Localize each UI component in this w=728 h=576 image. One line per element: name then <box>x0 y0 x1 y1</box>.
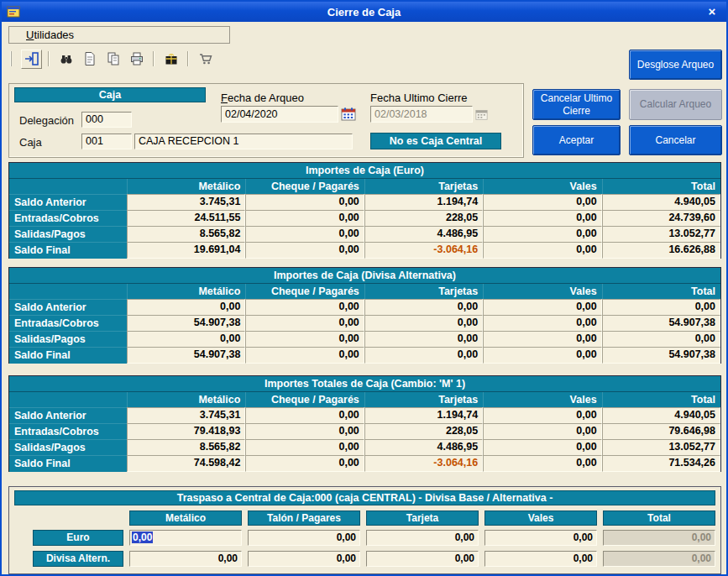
exit-icon[interactable] <box>21 50 42 69</box>
table-cell: -3.064,16 <box>364 455 483 472</box>
document-icon[interactable] <box>79 50 100 69</box>
table-cell: 0,00 <box>483 331 601 348</box>
table-row: Saldo Anterior0,000,000,000,000,00 <box>9 299 720 315</box>
cancelar-button[interactable]: Cancelar <box>629 125 722 155</box>
fecha-ultimo-cierre-label: Fecha Ultimo Cierre <box>370 92 468 104</box>
table-cell: 1.194,74 <box>364 407 483 424</box>
close-button[interactable]: × <box>703 5 721 18</box>
table-cell: 0,00 <box>483 347 601 364</box>
table-cell: 0,00 <box>483 210 601 227</box>
titlebar: Cierre de Caja × <box>2 2 726 22</box>
traspaso-input[interactable]: 0,00 <box>248 551 360 567</box>
table-cell: 3.745,31 <box>127 407 245 424</box>
column-header: Metálico <box>127 392 245 407</box>
column-header: Total <box>603 511 715 526</box>
print-icon[interactable] <box>126 50 147 69</box>
table-cell: 79.418,93 <box>127 423 245 440</box>
copy-icon[interactable] <box>102 50 123 69</box>
column-header: Cheque / Pagarés <box>245 284 364 299</box>
table-cell: 0,00 <box>483 299 601 316</box>
traspaso-input[interactable]: 0,00 <box>366 551 479 567</box>
table-cell: 1.194,74 <box>364 194 483 211</box>
table-cell: 0,00 <box>245 299 364 316</box>
traspaso-title: Traspaso a Central de Caja:000 (caja CEN… <box>14 490 715 505</box>
row-label: Entradas/Cobros <box>9 210 127 227</box>
table-corner <box>9 392 127 407</box>
table-cell: 0,00 <box>245 210 364 227</box>
table-row: Entradas/Cobros24.511,550,00228,050,0024… <box>9 210 720 226</box>
column-header: Tarjetas <box>364 392 483 407</box>
table-row: Saldo Anterior3.745,310,001.194,740,004.… <box>9 194 720 210</box>
traspaso-input[interactable]: 0,00 <box>484 530 597 546</box>
table-cell: 13.052,77 <box>602 226 720 243</box>
traspaso-input[interactable]: 0,00 <box>248 530 360 546</box>
table-cell: 228,05 <box>364 210 483 227</box>
table-cell: 4.486,95 <box>364 439 483 456</box>
toolbar <box>10 48 216 70</box>
cierre-de-caja-window: Cierre de Caja × Utilidades <box>0 0 728 576</box>
table-cell: 0,00 <box>245 226 364 243</box>
table-cell: 54.907,38 <box>127 315 245 332</box>
caja-name-input[interactable]: CAJA RECEPCION 1 <box>134 134 353 149</box>
delegacion-input[interactable]: 000 <box>81 112 132 128</box>
traspaso-label-cell: Divisa Altern. <box>14 551 123 567</box>
toolbar-separator <box>48 51 50 66</box>
table-cell: 0,00 <box>483 226 601 243</box>
row-label: Salidas/Pagos <box>9 331 127 348</box>
aceptar-button[interactable]: Aceptar <box>532 125 621 155</box>
table-row: Salidas/Pagos8.565,820,004.486,950,0013.… <box>9 226 720 242</box>
row-label-button[interactable]: Divisa Altern. <box>33 551 123 567</box>
row-label: Saldo Anterior <box>9 299 127 316</box>
table-title: Importes Totales de Caja (Cambio: 'M' 1) <box>9 376 720 392</box>
table-cell: 24.511,55 <box>127 210 245 227</box>
row-label: Saldo Anterior <box>9 407 127 424</box>
cart-icon[interactable] <box>195 50 216 69</box>
table-cell: 0,00 <box>483 194 601 211</box>
table-cell: 0,00 <box>483 242 601 259</box>
traspaso-input[interactable]: 0,00 <box>366 530 479 546</box>
table-cell: 0,00 <box>483 315 601 332</box>
search-icon[interactable] <box>55 50 76 69</box>
row-label: Entradas/Cobros <box>9 423 127 440</box>
table-cell: 0,00 <box>127 331 245 348</box>
table-cell: 16.626,88 <box>602 242 720 259</box>
table-title: Importes de Caja (Divisa Alternativa) <box>9 268 720 284</box>
toolbar-grip[interactable] <box>10 51 13 66</box>
table-cell: 0,00 <box>245 331 364 348</box>
column-header: Vales <box>483 284 601 299</box>
cancelar-ultimo-cierre-button[interactable]: Cancelar Ultimo Cierre <box>532 89 621 120</box>
traspaso-input[interactable]: 0,00 <box>129 551 242 567</box>
calendar-icon[interactable] <box>341 107 356 122</box>
table-cell: 54.907,38 <box>127 347 245 364</box>
menu-utilidades[interactable]: Utilidades <box>26 29 74 41</box>
traspaso-groupbox: Traspaso a Central de Caja:000 (caja CEN… <box>8 486 721 574</box>
column-header: Cheque / Pagarés <box>245 179 364 194</box>
table-header-row: MetálicoCheque / PagarésTarjetasValesTot… <box>9 179 720 194</box>
package-icon[interactable] <box>160 50 181 69</box>
column-header: Total <box>602 284 720 299</box>
table-cell: 0,00 <box>483 439 601 456</box>
table-row: Entradas/Cobros79.418,930,00228,050,0079… <box>9 423 720 439</box>
table-cell: 74.598,42 <box>127 455 245 472</box>
column-header: Metálico <box>127 179 245 194</box>
traspaso-input[interactable]: 0,00 <box>484 551 597 567</box>
table-cell: 3.745,31 <box>127 194 245 211</box>
table-cell: 0,00 <box>364 299 483 316</box>
calcular-arqueo-button[interactable]: Calcular Arqueo <box>629 89 722 120</box>
desglose-arqueo-button[interactable]: Desglose Arqueo <box>629 50 722 80</box>
table-title: Importes de Caja (Euro) <box>9 163 720 179</box>
caja-code-input[interactable]: 001 <box>81 134 132 149</box>
caja-group-title: Caja <box>14 87 206 102</box>
traspaso-row: Divisa Altern.0,000,000,000,000,00 <box>14 551 715 567</box>
row-label: Saldo Final <box>9 347 127 364</box>
table-cell: 0,00 <box>364 315 483 332</box>
calendar-icon-disabled <box>475 108 490 123</box>
traspaso-label-cell: Euro <box>14 530 123 546</box>
fecha-arqueo-input[interactable]: 02/04/2020 <box>221 106 338 123</box>
fecha-arqueo-label: Fecha de Arqueo <box>221 92 304 104</box>
caja-groupbox: Caja Delegación 000 Caja 001 CAJA RECEPC… <box>8 83 524 158</box>
fecha-ultimo-cierre-input: 02/03/2018 <box>370 106 473 123</box>
traspaso-input[interactable]: 0,00 <box>129 530 242 546</box>
table-cell: 0,00 <box>483 455 601 472</box>
row-label-button[interactable]: Euro <box>33 530 123 546</box>
